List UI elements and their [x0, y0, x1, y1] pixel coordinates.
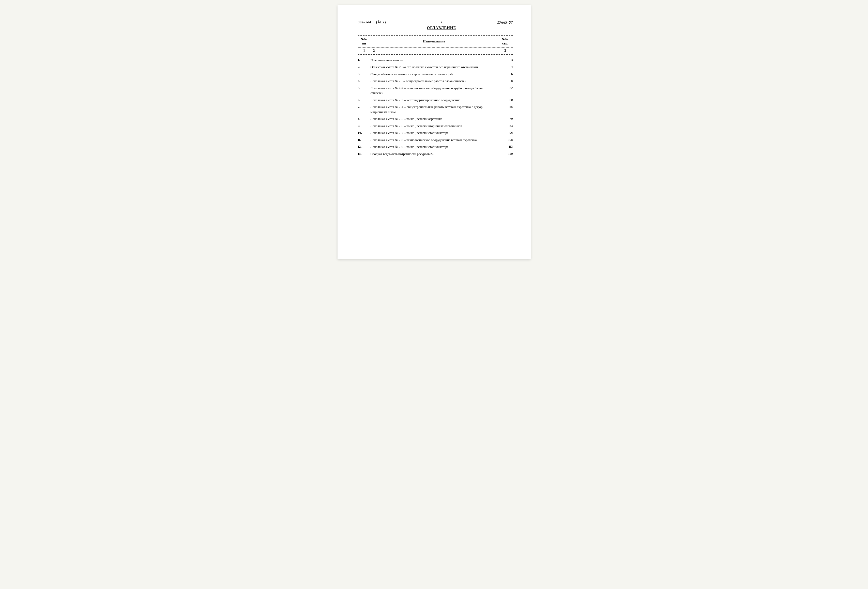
table-row: 7.Локальная смета № 2-4 – общестроительн…	[358, 105, 513, 114]
row-description: Локальная смета № 2-6 – то же , вставки …	[371, 124, 497, 128]
doc-id-text: 17669-07	[497, 20, 513, 24]
table-row: 9.Локальная смета № 2-6 – то же , вставк…	[358, 124, 513, 128]
row-number: 9.	[358, 124, 371, 128]
row-description: Пояснительная записка	[371, 58, 497, 63]
row-number: I3.	[358, 151, 371, 156]
page-header: 902-3-/4 (ÃI.2) 2 ОГЛАВЛЕНИЕ 17669-07	[358, 20, 513, 30]
row-number: 5.	[358, 86, 371, 90]
row-page-number: 6	[497, 72, 513, 76]
row-page-number: 83	[497, 124, 513, 128]
row-description: Локальная смета № 2-7 – то же , вставки …	[371, 130, 497, 136]
table-row: I3.Сводная ведомость потребности ресурсо…	[358, 151, 513, 156]
col-name-header: Наименование	[371, 39, 497, 43]
doc-code-text: 902-3-/4	[358, 20, 371, 24]
row-description: Локальная смета № 2-9 – то же , вставки …	[371, 144, 497, 149]
index-col2: 2	[371, 49, 497, 53]
col-page-header: №№ стр.	[497, 37, 513, 46]
content-table: №№ пп Наименование №№ стр. 1 2 3 I.Поясн…	[358, 35, 513, 156]
row-number: 8.	[358, 117, 371, 121]
row-number: 3.	[358, 72, 371, 76]
table-row: 3.Сводка объемов и стоимости строительно…	[358, 72, 513, 77]
table-row: I2.Локальная смета № 2-9 – то же , встав…	[358, 144, 513, 149]
table-row: II.Локальная смета № 2-8 – технологическ…	[358, 137, 513, 143]
row-number: 7.	[358, 105, 371, 109]
row-number: 10.	[358, 130, 371, 135]
page-number: 2	[391, 20, 492, 24]
table-index-row: 1 2 3	[358, 47, 513, 55]
row-description: Локальная смета № 2-4 – общестроительные…	[371, 105, 497, 114]
header-center: 2 ОГЛАВЛЕНИЕ	[391, 20, 492, 30]
row-description: Локальная смета № 2-3 – нестандартизиров…	[371, 97, 497, 103]
doc-id: 17669-07	[497, 20, 513, 25]
page-title: ОГЛАВЛЕНИЕ	[427, 26, 456, 30]
row-description: Локальная смета № 2-I – общестроительные…	[371, 78, 497, 84]
row-number: I.	[358, 58, 371, 62]
row-page-number: 55	[497, 105, 513, 109]
table-row: 4.Локальная смета № 2-I – общестроительн…	[358, 78, 513, 84]
row-number: I2.	[358, 144, 371, 149]
row-number: 6.	[358, 97, 371, 102]
table-row: 8.Локальная смета № 2-5 – то же , вставк…	[358, 117, 513, 121]
row-page-number: 96	[497, 130, 513, 135]
row-number: 2.	[358, 65, 371, 69]
row-page-number: I20	[497, 151, 513, 156]
row-page-number: 3	[497, 58, 513, 62]
row-page-number: 70	[497, 117, 513, 121]
row-description: Сводная ведомость потребности ресурсов №…	[371, 151, 497, 156]
row-number: II.	[358, 137, 371, 142]
row-page-number: 22	[497, 86, 513, 90]
table-row: 2.Объектная смета № 2- на стр-во блока е…	[358, 65, 513, 69]
table-row: I.Пояснительная записка3	[358, 58, 513, 63]
row-page-number: I08	[497, 137, 513, 142]
row-page-number: 50	[497, 97, 513, 102]
col-num-header: №№ пп	[358, 37, 371, 46]
table-header: №№ пп Наименование №№ стр.	[358, 35, 513, 47]
table-row: 10.Локальная смета № 2-7 – то же , встав…	[358, 130, 513, 136]
row-page-number: 4	[497, 65, 513, 69]
table-row: 6.Локальная смета № 2-3 – нестандартизир…	[358, 97, 513, 103]
page: 902-3-/4 (ÃI.2) 2 ОГЛАВЛЕНИЕ 17669-07 №№…	[338, 5, 531, 259]
row-number: 4.	[358, 78, 371, 83]
index-col3: 3	[497, 49, 513, 53]
row-page-number: 8	[497, 78, 513, 83]
row-description: Объектная смета № 2- на стр-во блока емк…	[371, 65, 497, 69]
doc-code: 902-3-/4 (ÃI.2)	[358, 20, 386, 24]
doc-section-text: (ÃI.2)	[376, 20, 386, 24]
row-description: Локальная смета № 2-2 – технологическое …	[371, 86, 497, 96]
index-col1: 1	[358, 49, 371, 53]
table-row: 5.Локальная смета № 2-2 – технологическо…	[358, 86, 513, 96]
row-page-number: II3	[497, 144, 513, 149]
row-description: Сводка объемов и стоимости строительно-м…	[371, 72, 497, 77]
row-description: Локальная смета № 2-8 – технологическое …	[371, 137, 497, 143]
row-description: Локальная смета № 2-5 – то же , вставки …	[371, 117, 497, 121]
table-content: I.Пояснительная записка32.Объектная смет…	[358, 58, 513, 156]
